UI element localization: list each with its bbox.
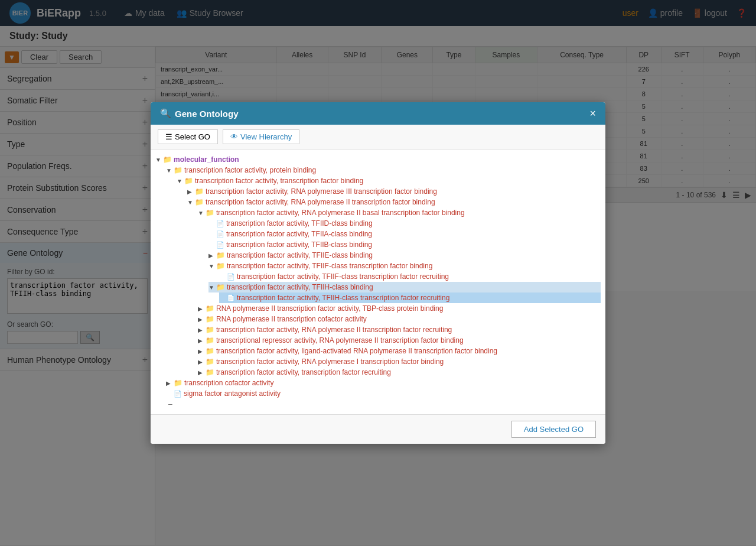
modal-footer: Add Selected GO <box>151 414 605 444</box>
tree-ellipsis: – <box>166 399 601 410</box>
tree-item-tfiih[interactable]: ▼ 📁 transcription factor activity, TFIIH… <box>208 282 601 292</box>
tree-item-tfiif-rec[interactable]: 📄 transcription factor activity, TFIIF-c… <box>219 271 601 282</box>
tree-item-tfiih-rec[interactable]: 📄 transcription factor activity, TFIIH-c… <box>219 292 601 303</box>
add-selected-go-button[interactable]: Add Selected GO <box>511 421 596 438</box>
tree-item-cofactor[interactable]: ▶ 📁 RNA polymerase II transcription cofa… <box>198 314 601 324</box>
tree-item-root[interactable]: ▼ 📁 molecular_function <box>155 154 601 165</box>
tree-item-tfiif[interactable]: ▼ 📁 transcription factor activity, TFIIF… <box>208 261 601 271</box>
tree-item-tfiid[interactable]: 📄 transcription factor activity, TFIID-c… <box>208 218 601 229</box>
gene-ontology-modal: 🔍 Gene Ontology × ☰ Select GO 👁 View Hie… <box>151 102 605 444</box>
tree-label-molecular: molecular_function <box>174 155 239 164</box>
modal-title-text: Gene Ontology <box>175 109 239 119</box>
folder-icon-root: 📁 <box>163 155 172 164</box>
tree-item-pol2[interactable]: ▼ 📁 transcription factor activity, RNA p… <box>187 197 601 207</box>
tree-item-tfiie[interactable]: ▶ 📁 transcription factor activity, TFIIE… <box>208 250 601 261</box>
tree-item-ligand[interactable]: ▶ 📁 transcription factor activity, ligan… <box>198 346 601 356</box>
tree-item-tfiia[interactable]: 📄 transcription factor activity, TFIIA-c… <box>208 229 601 239</box>
tree-item-repressor[interactable]: ▶ 📁 transcriptional repressor activity, … <box>198 335 601 346</box>
tree-item-tf-tfb[interactable]: ▼ 📁 transcription factor activity, trans… <box>177 176 601 186</box>
modal-overlay: 🔍 Gene Ontology × ☰ Select GO 👁 View Hie… <box>0 0 756 545</box>
go-tree: ▼ 📁 molecular_function ▼ 📁 transcription… <box>151 154 605 410</box>
modal-header: 🔍 Gene Ontology × <box>151 102 605 125</box>
tree-item-recruiting[interactable]: ▶ 📁 transcription factor activity, RNA p… <box>198 324 601 335</box>
tree-item-basal[interactable]: ▼ 📁 transcription factor activity, RNA p… <box>198 207 601 218</box>
list-icon-small: ☰ <box>165 132 172 141</box>
tree-item-tf-pb[interactable]: ▼ 📁 transcription factor activity, prote… <box>166 165 601 176</box>
modal-close-button[interactable]: × <box>589 108 596 119</box>
tree-item-pol3[interactable]: ▶ 📁 transcription factor activity, RNA p… <box>187 186 601 197</box>
tree-item-cofactor2[interactable]: ▶ 📁 transcription cofactor activity <box>166 378 601 388</box>
modal-title-icon: 🔍 <box>160 108 171 119</box>
tree-item-tfiib[interactable]: 📄 transcription factor activity, TFIIB-c… <box>208 239 601 250</box>
modal-toolbar: ☰ Select GO 👁 View Hierarchy <box>151 125 605 150</box>
toggle-root: ▼ <box>155 157 161 163</box>
tree-item-tbp[interactable]: ▶ 📁 RNA polymerase II transcription fact… <box>198 303 601 314</box>
tree-item-pol1[interactable]: ▶ 📁 transcription factor activity, RNA p… <box>198 356 601 367</box>
modal-body: ▼ 📁 molecular_function ▼ 📁 transcription… <box>151 150 605 414</box>
modal-title: 🔍 Gene Ontology <box>160 108 239 119</box>
tree-children-root: ▼ 📁 transcription factor activity, prote… <box>155 165 601 410</box>
tree-item-tf-recruiting[interactable]: ▶ 📁 transcription factor activity, trans… <box>198 367 601 378</box>
tree-item-sigma[interactable]: 📄 sigma factor antagonist activity <box>166 388 601 399</box>
select-go-button[interactable]: ☰ Select GO <box>158 129 218 144</box>
hierarchy-icon: 👁 <box>230 132 238 141</box>
view-hierarchy-button[interactable]: 👁 View Hierarchy <box>223 129 299 144</box>
